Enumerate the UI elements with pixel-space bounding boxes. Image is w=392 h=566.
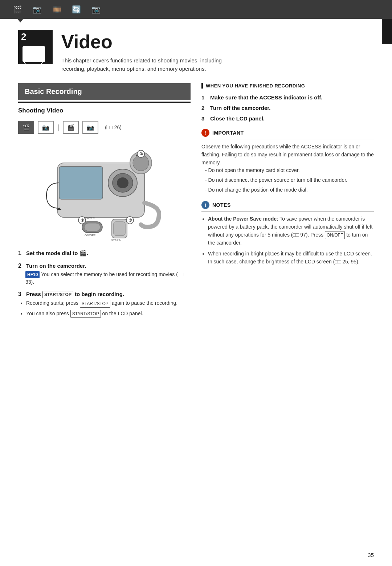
svg-rect-8	[59, 167, 103, 199]
start-stop-badge-2: START/STOP	[80, 300, 110, 308]
right-step-3-text: Close the LCD panel.	[210, 115, 265, 122]
mode-icon-playback-video: 🎬	[63, 121, 79, 134]
important-label: Important	[212, 130, 244, 136]
chapter-number: 2	[21, 32, 26, 41]
svg-text:①: ①	[139, 152, 143, 156]
step-3: 3 Press START/STOP to begin recording. R…	[18, 290, 191, 318]
svg-text:1: 1	[25, 51, 28, 57]
svg-text:ON/OFF: ON/OFF	[85, 234, 95, 237]
mode-icons-row: 🎬 📷 | 🎬 📷 (□□ 26)	[18, 119, 191, 135]
step-3-bullets: Recording starts; press START/STOP again…	[18, 299, 191, 318]
step-2: 2 Turn on the camcorder. HF10 You can se…	[18, 262, 191, 286]
step-2-sub-text: You can select the memory to be used for…	[25, 271, 184, 285]
important-intro: Observe the following precautions while …	[201, 143, 374, 167]
step-3-line: 3 Press START/STOP to begin recording.	[18, 290, 191, 298]
right-step-1-num: 1	[201, 94, 207, 101]
step-3-text: Press START/STOP to begin recording.	[26, 290, 124, 298]
svg-point-11	[117, 177, 128, 188]
svg-rect-20	[84, 223, 100, 231]
page-content: 2 1 Video This chapter covers functions	[0, 19, 392, 333]
step-1-line: 1 Set the mode dial to 🎬.	[18, 249, 191, 257]
nav-icon-photo[interactable]: 📷	[30, 3, 44, 16]
nav-icon-playback-photo[interactable]: 🔄	[70, 3, 83, 16]
step-3-number: 3	[18, 291, 24, 298]
note-2: When recording in bright places it may b…	[208, 250, 374, 266]
hf10-badge: HF10	[25, 271, 40, 278]
notes-label: Notes	[212, 202, 231, 208]
right-step-2: 2 Turn off the camcorder.	[201, 104, 374, 112]
right-column: When You Have Finished Recording 1 Make …	[201, 83, 374, 322]
important-header: ! Important	[201, 129, 374, 139]
mode-separator: |	[57, 123, 59, 132]
important-item-3: Do not change the position of the mode d…	[205, 186, 374, 194]
start-stop-badge-3: START/STOP	[70, 310, 101, 318]
footer-line	[18, 549, 374, 549]
section-underline	[18, 102, 191, 103]
nav-icon-video[interactable]: 🎬	[11, 3, 24, 16]
svg-text:START/: START/	[111, 239, 121, 242]
important-icon: !	[201, 129, 209, 137]
right-step-3: 3 Close the LCD panel.	[201, 115, 374, 122]
start-stop-badge-1: START/STOP	[42, 291, 73, 299]
chapter-header: 2 1 Video This chapter covers functions	[18, 30, 374, 73]
important-box: ! Important Observe the following precau…	[201, 129, 374, 194]
right-step-2-num: 2	[201, 105, 207, 111]
nav-arrow	[17, 19, 23, 22]
notes-list: About the Power Save mode: To save power…	[201, 215, 374, 266]
bullet-2: You can also press START/STOP on the LCD…	[26, 310, 191, 318]
right-steps: 1 Make sure that the ACCESS indicator is…	[201, 94, 374, 122]
step-1: 1 Set the mode dial to 🎬.	[18, 249, 191, 257]
step-2-line: 2 Turn on the camcorder.	[18, 262, 191, 270]
svg-text:POWER: POWER	[84, 217, 95, 220]
page-number: 35	[368, 552, 374, 558]
top-navigation: 🎬 📷 🎞️ 🔄 📷	[0, 0, 392, 19]
note-1: About the Power Save mode: To save power…	[208, 215, 374, 247]
chapter-description: This chapter covers functions related to…	[61, 57, 222, 73]
notes-icon: i	[201, 201, 209, 209]
important-item-1: Do not open the memory card slot cover.	[205, 167, 374, 175]
step-2-text: Turn on the camcorder.	[26, 262, 86, 270]
step-1-text: Set the mode dial to 🎬.	[26, 249, 88, 257]
notes-box: i Notes About the Power Save mode: To sa…	[201, 201, 374, 266]
step-2-number: 2	[18, 263, 24, 269]
when-finished-header: When You Have Finished Recording	[201, 83, 374, 89]
mode-icon-playback-photo: 📷	[82, 121, 98, 134]
svg-rect-26	[114, 222, 125, 235]
svg-text:STOP: STOP	[112, 242, 120, 243]
chapter-title: Video	[61, 32, 222, 52]
mode-icon-photo: 📷	[38, 121, 54, 134]
right-step-1: 1 Make sure that the ACCESS indicator is…	[201, 94, 374, 101]
chapter-icon: 1	[21, 43, 46, 67]
right-step-1-text: Make sure that the ACCESS indicator is o…	[210, 94, 323, 101]
mode-reference: (□□ 26)	[105, 124, 122, 130]
two-column-layout: Basic Recording Shooting Video 🎬 📷 | 🎬 📷…	[18, 83, 374, 322]
camera-diagram: ✱ ▶ M ① ② POWER ON/OFF	[18, 141, 191, 243]
nav-icon-settings[interactable]: 📷	[89, 3, 102, 16]
step-2-sub: HF10 You can select the memory to be use…	[18, 271, 191, 286]
right-step-2-text: Turn off the camcorder.	[210, 104, 270, 112]
mode-icon-video-active: 🎬	[18, 121, 34, 134]
notes-header: i Notes	[201, 201, 374, 212]
chapter-number-box: 2 1	[18, 30, 53, 64]
important-item-2: Do not disconnect the power source or tu…	[205, 176, 374, 184]
onoff-badge: ON/OFF	[325, 231, 345, 239]
subsection-title: Shooting Video	[18, 107, 191, 114]
section-title: Basic Recording	[25, 87, 82, 95]
left-column: Basic Recording Shooting Video 🎬 📷 | 🎬 📷…	[18, 83, 191, 322]
section-title-box: Basic Recording	[18, 83, 191, 100]
important-list: Do not open the memory card slot cover. …	[201, 167, 374, 194]
chapter-tab	[382, 19, 392, 44]
right-step-3-num: 3	[201, 115, 207, 122]
svg-text:③: ③	[128, 218, 132, 222]
step-1-number: 1	[18, 250, 24, 257]
chapter-text-block: Video This chapter covers functions rela…	[61, 30, 222, 73]
bullet-1: Recording starts; press START/STOP again…	[26, 299, 191, 307]
nav-icon-playback-video[interactable]: 🎞️	[50, 3, 63, 16]
